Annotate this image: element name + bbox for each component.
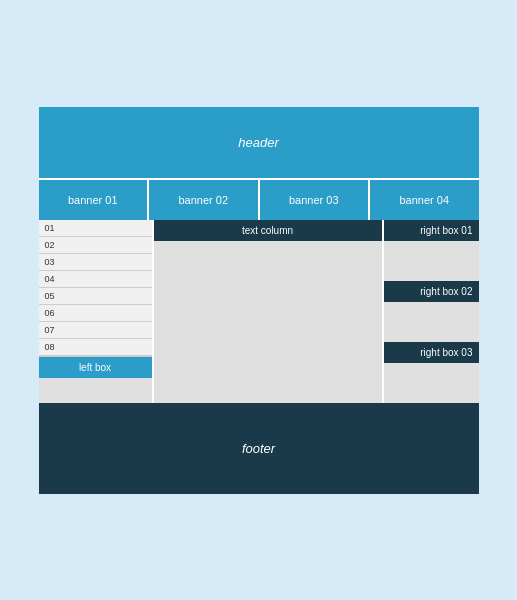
right-sidebar: right box 01 right box 02 right box 03 <box>384 220 479 403</box>
banner-04[interactable]: banner 04 <box>370 180 479 220</box>
right-box-03-label: right box 03 <box>420 347 472 358</box>
text-column-label: text column <box>242 225 293 236</box>
left-box[interactable]: left box <box>39 357 152 378</box>
right-box-02-label: right box 02 <box>420 286 472 297</box>
banner-04-label: banner 04 <box>399 194 449 206</box>
right-box-01-label: right box 01 <box>420 225 472 236</box>
banner-03[interactable]: banner 03 <box>260 180 371 220</box>
banner-02-label: banner 02 <box>178 194 228 206</box>
nav-item-08[interactable]: 08 <box>39 339 152 356</box>
nav-item-02[interactable]: 02 <box>39 237 152 254</box>
nav-item-07[interactable]: 07 <box>39 322 152 339</box>
header: header <box>39 107 479 178</box>
left-box-label: left box <box>79 362 111 373</box>
banner-03-label: banner 03 <box>289 194 339 206</box>
right-box-03-space <box>384 363 479 403</box>
center-column: text column <box>154 220 384 403</box>
text-column-header: text column <box>154 220 382 241</box>
banner-02[interactable]: banner 02 <box>149 180 260 220</box>
right-box-03-header[interactable]: right box 03 <box>384 342 479 363</box>
footer-label: footer <box>242 441 275 456</box>
page-wrapper: header banner 01 banner 02 banner 03 ban… <box>39 107 479 494</box>
right-box-02-space <box>384 302 479 342</box>
header-label: header <box>238 135 278 150</box>
footer: footer <box>39 403 479 494</box>
nav-item-05[interactable]: 05 <box>39 288 152 305</box>
banner-01[interactable]: banner 01 <box>39 180 150 220</box>
right-box-02-header[interactable]: right box 02 <box>384 281 479 302</box>
left-sidebar-bottom <box>39 378 152 403</box>
main-content: 01 02 03 04 05 06 07 <box>39 220 479 403</box>
right-box-01-header[interactable]: right box 01 <box>384 220 479 241</box>
nav-item-03[interactable]: 03 <box>39 254 152 271</box>
nav-item-04[interactable]: 04 <box>39 271 152 288</box>
nav-list: 01 02 03 04 05 06 07 <box>39 220 152 357</box>
banner-01-label: banner 01 <box>68 194 118 206</box>
nav-item-06[interactable]: 06 <box>39 305 152 322</box>
right-box-01-space <box>384 241 479 281</box>
banner-row: banner 01 banner 02 banner 03 banner 04 <box>39 178 479 220</box>
nav-item-01[interactable]: 01 <box>39 220 152 237</box>
text-column-body <box>154 241 382 403</box>
left-sidebar: 01 02 03 04 05 06 07 <box>39 220 154 403</box>
